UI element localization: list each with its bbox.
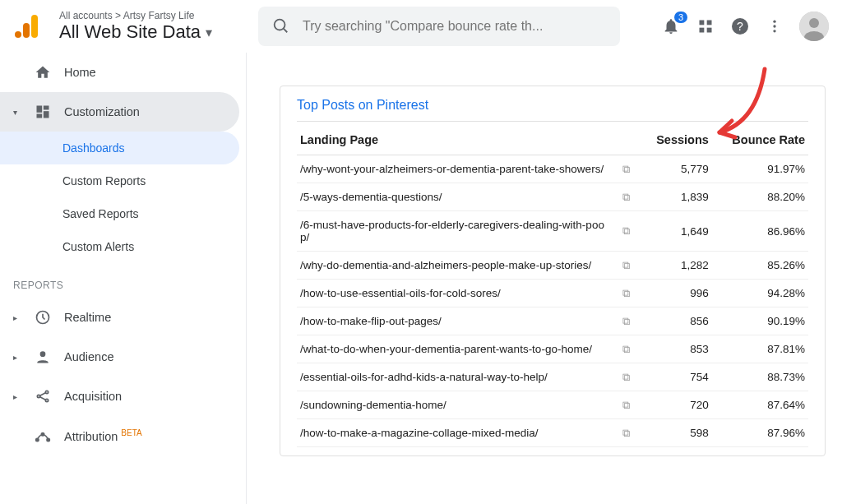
nav-home[interactable]: Home [0, 53, 246, 92]
open-link-icon[interactable]: ⧉ [616, 307, 641, 335]
nav-label: Realtime [64, 311, 233, 324]
top-posts-card: Top Posts on Pinterest Landing Page Sess… [280, 86, 826, 456]
search-bar[interactable] [258, 7, 620, 46]
nav-audience[interactable]: ▸ Audience [0, 337, 246, 377]
landing-page-cell: /how-to-use-essential-oils-for-cold-sore… [297, 280, 616, 307]
open-link-icon[interactable]: ⧉ [616, 280, 641, 307]
account-selector[interactable]: All accounts > Artsy Fartsy Life All Web… [59, 10, 248, 43]
user-avatar[interactable] [799, 12, 829, 41]
table-row[interactable]: /why-wont-your-alzheimers-or-dementia-pa… [297, 155, 808, 183]
dashboard-icon [35, 104, 51, 120]
table-row[interactable]: /5-ways-dementia-questions/⧉1,83988.20% [297, 183, 808, 211]
bounce-cell: 90.19% [712, 307, 808, 335]
open-link-icon[interactable]: ⧉ [616, 335, 641, 363]
attribution-icon [35, 428, 51, 444]
svg-rect-5 [700, 21, 705, 25]
landing-page-cell: /essential-oils-for-adhd-kids-a-natural-… [297, 363, 616, 391]
apps-button[interactable] [696, 16, 715, 36]
subnav-saved-reports[interactable]: Saved Reports [0, 197, 246, 230]
sessions-cell: 1,839 [641, 183, 712, 211]
view-selector[interactable]: All Web Site Data ▾ [59, 21, 248, 43]
svg-point-30 [41, 433, 44, 436]
open-link-icon[interactable]: ⧉ [616, 155, 641, 183]
svg-rect-0 [31, 15, 38, 38]
svg-rect-19 [44, 111, 49, 118]
svg-point-3 [275, 19, 285, 30]
open-link-icon[interactable]: ⧉ [616, 391, 641, 419]
table-row[interactable]: /how-to-make-flip-out-pages/⧉85690.19% [297, 307, 808, 335]
table-row[interactable]: /what-to-do-when-your-dementia-parent-wa… [297, 335, 808, 363]
landing-page-cell: /how-to-make-flip-out-pages/ [297, 307, 616, 335]
svg-point-12 [773, 25, 775, 27]
bounce-cell: 91.97% [712, 155, 808, 183]
svg-point-23 [37, 395, 39, 397]
nav-acquisition[interactable]: ▸ Acquisition [0, 377, 246, 416]
table-row[interactable]: /how-to-make-a-magazine-collage-mixed-me… [297, 419, 808, 447]
landing-page-cell: /sundowning-dementia-home/ [297, 391, 616, 419]
subnav-custom-reports[interactable]: Custom Reports [0, 164, 246, 197]
sessions-cell: 853 [641, 335, 712, 363]
open-link-icon[interactable]: ⧉ [616, 363, 641, 391]
sessions-cell: 1,649 [641, 211, 712, 252]
landing-page-cell: /why-wont-your-alzheimers-or-dementia-pa… [297, 155, 616, 183]
table-row[interactable]: /sundowning-dementia-home/⧉72087.64% [297, 391, 808, 419]
reports-section-label: REPORTS [0, 263, 246, 298]
bounce-cell: 87.96% [712, 419, 808, 447]
subnav-custom-alerts[interactable]: Custom Alerts [0, 230, 246, 263]
posts-table: Landing Page Sessions Bounce Rate /why-w… [297, 122, 808, 447]
bounce-cell: 87.81% [712, 335, 808, 363]
bounce-cell: 88.20% [712, 183, 808, 211]
caret-right-icon: ▸ [13, 313, 21, 322]
svg-point-11 [773, 21, 775, 23]
svg-point-29 [47, 438, 49, 441]
help-button[interactable]: ? [730, 16, 750, 36]
open-link-icon[interactable]: ⧉ [616, 183, 641, 211]
col-landing-page[interactable]: Landing Page [297, 122, 641, 155]
svg-point-25 [45, 399, 48, 401]
caret-right-icon: ▸ [13, 353, 21, 362]
nav-customization[interactable]: ▾ Customization [0, 92, 239, 132]
landing-page-cell: /6-must-have-products-for-elderly-caregi… [297, 211, 616, 252]
landing-page-cell: /how-to-make-a-magazine-collage-mixed-me… [297, 419, 616, 447]
notification-badge: 3 [674, 12, 687, 23]
table-row[interactable]: /essential-oils-for-adhd-kids-a-natural-… [297, 363, 808, 391]
bounce-cell: 94.28% [712, 280, 808, 307]
sessions-cell: 598 [641, 419, 712, 447]
col-bounce-rate[interactable]: Bounce Rate [712, 122, 808, 155]
nav-label: Customization [64, 105, 226, 118]
table-row[interactable]: /why-do-dementia-and-alzheimers-people-m… [297, 252, 808, 280]
main-layout: Home ▾ Customization Dashboards Custom R… [0, 53, 842, 504]
share-icon [35, 388, 51, 405]
search-icon [271, 16, 289, 37]
bounce-cell: 88.73% [712, 363, 808, 391]
table-row[interactable]: /how-to-use-essential-oils-for-cold-sore… [297, 280, 808, 307]
card-title: Top Posts on Pinterest [297, 98, 808, 122]
notifications-button[interactable]: 3 [661, 16, 681, 36]
svg-rect-7 [700, 28, 705, 33]
svg-rect-1 [23, 23, 30, 38]
sessions-cell: 5,779 [641, 155, 712, 183]
beta-badge: BETA [121, 428, 141, 437]
table-row[interactable]: /6-must-have-products-for-elderly-caregi… [297, 211, 808, 252]
svg-point-28 [36, 438, 39, 441]
bounce-cell: 87.64% [712, 391, 808, 419]
subnav-dashboards[interactable]: Dashboards [0, 132, 239, 164]
col-sessions[interactable]: Sessions [641, 122, 712, 155]
open-link-icon[interactable]: ⧉ [616, 419, 641, 447]
bounce-cell: 85.26% [712, 252, 808, 280]
nav-realtime[interactable]: ▸ Realtime [0, 298, 246, 337]
svg-rect-17 [37, 106, 43, 113]
nav-attribution[interactable]: AttributionBETA [0, 416, 246, 455]
open-link-icon[interactable]: ⧉ [616, 211, 641, 252]
open-link-icon[interactable]: ⧉ [616, 252, 641, 280]
header-actions: 3 ? [661, 12, 829, 41]
sessions-cell: 754 [641, 363, 712, 391]
svg-point-22 [40, 351, 46, 357]
nav-label: Acquisition [64, 390, 233, 403]
sessions-cell: 720 [641, 391, 712, 419]
sessions-cell: 1,282 [641, 252, 712, 280]
search-input[interactable] [303, 19, 607, 34]
svg-rect-20 [37, 114, 43, 118]
more-button[interactable] [765, 16, 784, 36]
svg-line-27 [40, 397, 46, 400]
